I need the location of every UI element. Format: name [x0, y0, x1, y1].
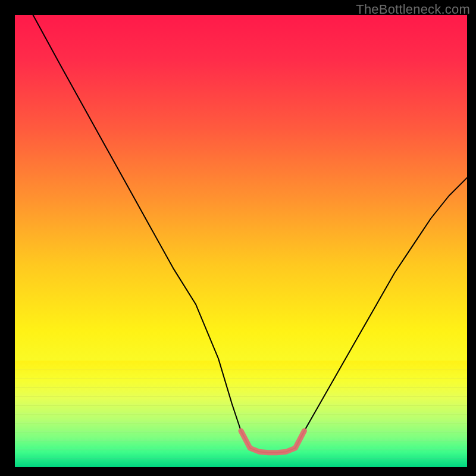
chart-stage: TheBottleneck.com — [0, 0, 476, 476]
watermark-text: TheBottleneck.com — [356, 2, 470, 17]
bottleneck-chart — [15, 15, 467, 467]
plot-area — [15, 15, 467, 467]
